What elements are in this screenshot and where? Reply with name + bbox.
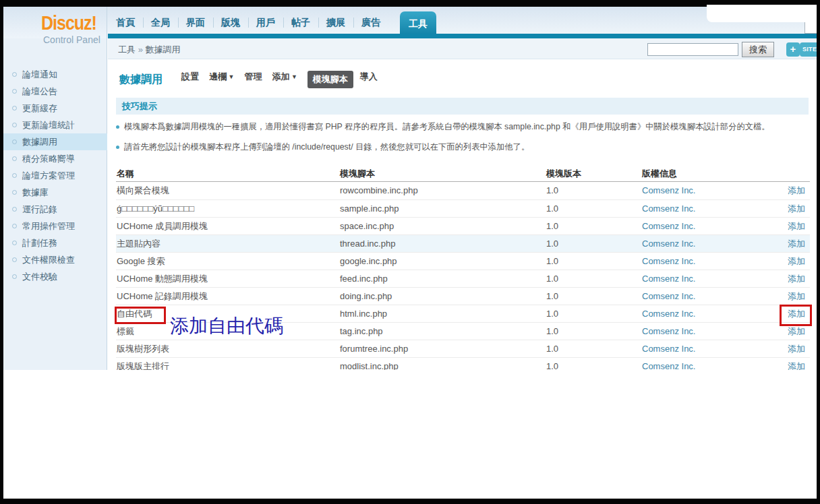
search-button[interactable]: 搜索 — [742, 42, 774, 57]
add-link[interactable]: 添加 — [788, 361, 805, 370]
sidebar-item-4[interactable]: 更新論壇統計 — [3, 117, 107, 133]
sidebar-item-1[interactable]: 論壇通知 — [3, 66, 107, 83]
add-link[interactable]: 添加 — [788, 221, 805, 231]
sidebar-item-5[interactable]: 數據調用 — [3, 133, 107, 150]
dropdown-caret-icon: ▼ — [227, 73, 234, 80]
add-link[interactable]: 添加 — [788, 256, 805, 266]
section-menu-item-5[interactable]: 模塊腳本 — [308, 71, 353, 88]
cell-vendor: Comsenz Inc. — [642, 358, 755, 370]
table-row: Google 搜索google.inc.php1.0Comsenz Inc.添加 — [116, 252, 810, 270]
section-menu-item-1[interactable]: 設置 — [181, 71, 199, 88]
cell-module-name: ǵ□□□□□□ýũ□□□□□□ — [116, 200, 340, 217]
add-link[interactable]: 添加 — [788, 203, 805, 214]
menu-item-label: 邊欄 — [209, 71, 227, 82]
bullet-circle-icon — [12, 72, 17, 77]
sidebar-item-13[interactable]: 文件校驗 — [3, 268, 107, 285]
add-link[interactable]: 添加 — [788, 326, 805, 336]
sidebar-item-6[interactable]: 積分策略嚮導 — [3, 150, 107, 167]
cell-vendor: Comsenz Inc. — [642, 182, 755, 199]
bullet-circle-icon — [12, 257, 17, 262]
cell-action: 添加 — [755, 200, 810, 217]
sidebar-item-label: 論壇通知 — [22, 69, 57, 80]
cell-script: rowcombine.inc.php — [340, 182, 546, 199]
section-menu-item-4[interactable]: 添加 ▼ — [272, 71, 297, 88]
table-row: UCHome 記錄調用模塊doing.inc.php1.0Comsenz Inc… — [116, 287, 810, 305]
search-input[interactable] — [647, 43, 738, 56]
nav-tab-4[interactable]: 版塊 — [213, 11, 248, 34]
nav-tab-5[interactable]: 用戶 — [248, 11, 283, 34]
add-shortcut-button[interactable]: + — [786, 42, 800, 57]
cell-version: 1.0 — [546, 200, 642, 217]
page: Discuz! Control Panel 論壇通知論壇公告更新緩存更新論壇統計… — [3, 7, 817, 499]
site-button[interactable]: SITE — [800, 42, 817, 57]
cell-vendor: Comsenz Inc. — [642, 218, 755, 234]
nav-tab-3[interactable]: 界面 — [178, 11, 213, 34]
cell-vendor: Comsenz Inc. — [642, 288, 755, 305]
nav-tab-1[interactable]: 首頁 — [108, 11, 143, 34]
cell-vendor-link[interactable]: Comsenz Inc. — [642, 221, 695, 231]
breadcrumb-section[interactable]: 工具 — [118, 44, 136, 55]
cell-script: tag.inc.php — [340, 323, 546, 340]
col-header-name: 名稱 — [116, 166, 340, 181]
col-header-version: 模塊版本 — [546, 166, 642, 181]
sidebar-item-9[interactable]: 運行記錄 — [3, 201, 107, 218]
cell-vendor-link[interactable]: Comsenz Inc. — [642, 274, 695, 284]
cell-vendor-link[interactable]: Comsenz Inc. — [642, 361, 695, 370]
cell-version: 1.0 — [546, 253, 642, 270]
cell-vendor-link[interactable]: Comsenz Inc. — [642, 185, 695, 195]
cell-vendor-link[interactable]: Comsenz Inc. — [642, 239, 695, 249]
table-row: UCHome 動態調用模塊feed.inc.php1.0Comsenz Inc.… — [116, 270, 810, 287]
annotation-box-name — [115, 307, 166, 324]
cell-action: 添加 — [755, 288, 810, 305]
sidebar-item-label: 論壇公告 — [22, 86, 57, 96]
sidebar-item-3[interactable]: 更新緩存 — [3, 100, 107, 117]
add-link[interactable]: 添加 — [788, 274, 805, 284]
cell-vendor-link[interactable]: Comsenz Inc. — [642, 291, 695, 301]
cell-version: 1.0 — [546, 323, 642, 340]
section-menu-item-3[interactable]: 管理 — [244, 71, 262, 88]
sidebar-item-label: 常用操作管理 — [22, 221, 75, 231]
cell-action: 添加 — [755, 235, 810, 252]
nav-tab-6[interactable]: 帖子 — [283, 11, 318, 34]
sidebar-item-label: 更新論壇統計 — [22, 120, 75, 130]
bullet-circle-icon — [12, 241, 17, 245]
sidebar-item-8[interactable]: 數據庫 — [3, 184, 107, 201]
cell-vendor: Comsenz Inc. — [642, 323, 755, 340]
cell-action: 添加 — [755, 270, 810, 287]
logo-subtitle: Control Panel — [43, 34, 100, 45]
cell-vendor-link[interactable]: Comsenz Inc. — [642, 326, 695, 336]
annotation-text: 添加自由代碼 — [170, 313, 283, 339]
add-link[interactable]: 添加 — [788, 239, 805, 249]
sidebar-item-2[interactable]: 論壇公告 — [3, 83, 107, 100]
cell-module-name: UCHome 成員調用模塊 — [116, 218, 340, 234]
nav-tab-7[interactable]: 擴展 — [318, 11, 353, 34]
module-table: 名稱 模塊腳本 模塊版本 版權信息 橫向聚合模塊rowcombine.inc.p… — [116, 166, 810, 370]
sidebar-item-12[interactable]: 文件權限檢查 — [3, 251, 107, 268]
sidebar-item-7[interactable]: 論壇方案管理 — [3, 167, 107, 184]
sidebar-item-label: 積分策略嚮導 — [22, 154, 75, 164]
section-menu-item-6[interactable]: 導入 — [360, 71, 378, 88]
table-row: 版塊版主排行modlist.inc.php1.0Comsenz Inc.添加 — [116, 357, 810, 370]
sidebar-item-11[interactable]: 計劃任務 — [3, 234, 107, 251]
section-menu-item-2[interactable]: 邊欄 ▼ — [209, 71, 234, 88]
add-link[interactable]: 添加 — [788, 291, 805, 301]
breadcrumb-separator: » — [138, 44, 143, 55]
sidebar-item-10[interactable]: 常用操作管理 — [3, 218, 107, 234]
bullet-circle-icon — [12, 224, 17, 228]
bullet-circle-icon — [12, 123, 17, 127]
cell-vendor-link[interactable]: Comsenz Inc. — [642, 203, 695, 214]
nav-tab-8[interactable]: 廣告 — [353, 11, 388, 34]
cell-vendor-link[interactable]: Comsenz Inc. — [642, 344, 695, 354]
cell-vendor: Comsenz Inc. — [642, 305, 755, 322]
tips-list: 模塊腳本爲數據調用模塊的一種擴展，適用於懂得書寫 PHP 程序的程序員。請參考系… — [116, 121, 770, 162]
cell-module-name: UCHome 動態調用模塊 — [116, 270, 340, 287]
col-header-vendor: 版權信息 — [642, 166, 755, 181]
nav-tab-2[interactable]: 全局 — [143, 11, 178, 34]
cell-vendor: Comsenz Inc. — [642, 253, 755, 270]
cell-vendor-link[interactable]: Comsenz Inc. — [642, 309, 695, 319]
add-link[interactable]: 添加 — [788, 344, 805, 354]
add-link[interactable]: 添加 — [788, 185, 805, 195]
sidebar-menu: 論壇通知論壇公告更新緩存更新論壇統計數據調用積分策略嚮導論壇方案管理數據庫運行記… — [3, 66, 107, 285]
cell-action: 添加 — [755, 182, 810, 199]
cell-vendor-link[interactable]: Comsenz Inc. — [642, 256, 695, 266]
